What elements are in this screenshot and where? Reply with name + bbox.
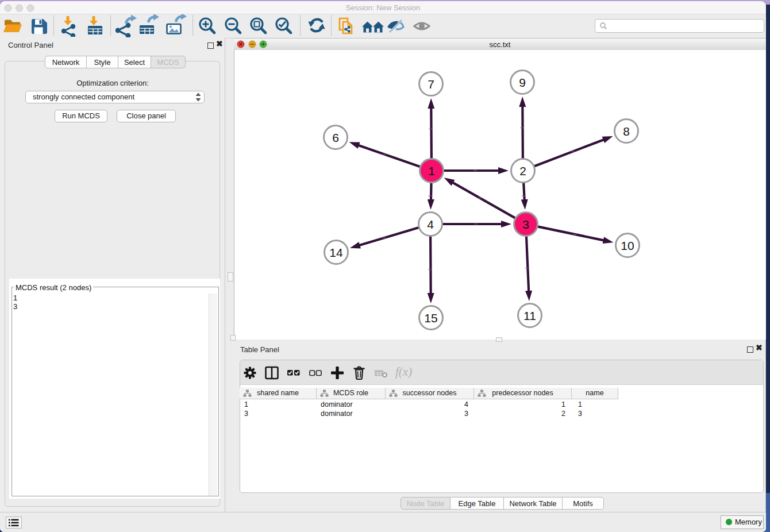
svg-text:2: 2 bbox=[519, 164, 526, 178]
svg-text:14: 14 bbox=[329, 246, 343, 259]
svg-text:1: 1 bbox=[428, 164, 435, 178]
svg-text:8: 8 bbox=[623, 125, 630, 138]
svg-text:11: 11 bbox=[523, 309, 536, 322]
svg-text:3: 3 bbox=[522, 218, 529, 231]
svg-text:6: 6 bbox=[332, 131, 339, 144]
svg-text:15: 15 bbox=[424, 311, 437, 325]
svg-text:7: 7 bbox=[428, 78, 434, 91]
svg-text:10: 10 bbox=[621, 239, 634, 252]
svg-text:4: 4 bbox=[427, 218, 434, 231]
svg-text:9: 9 bbox=[519, 76, 526, 89]
